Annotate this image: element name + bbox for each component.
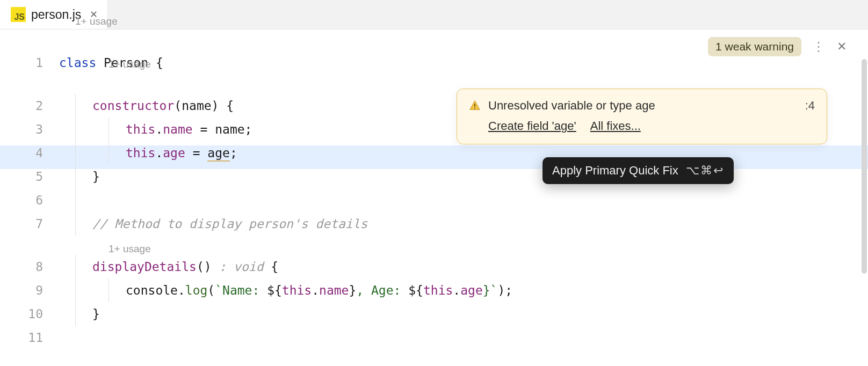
line-number: 7 — [0, 212, 59, 236]
scrollbar[interactable] — [862, 59, 867, 274]
warning-message: Unresolved variable or type age — [488, 99, 655, 113]
editor: 1 weak warning ⋮ ✕ 1 2 3 4 5 6 7 8 9 10 … — [0, 30, 868, 366]
line-number: 3 — [0, 118, 59, 141]
tab-bar: JS person.js ✕ — [0, 0, 868, 30]
inspection-popup: Unresolved variable or type age :4 Creat… — [457, 89, 827, 144]
code-line[interactable]: // Method to display person's details — [59, 212, 868, 236]
svg-rect-0 — [474, 104, 475, 107]
code-line[interactable]: } — [59, 302, 868, 326]
code-line[interactable] — [59, 188, 868, 212]
line-number: 11 — [0, 326, 59, 349]
js-file-icon: JS — [11, 7, 26, 22]
line-number: 2 — [0, 94, 59, 118]
line-number: 8 — [0, 255, 59, 279]
gutter: 1 2 3 4 5 6 7 8 9 10 11 — [0, 30, 59, 366]
keyboard-shortcut: ⌥⌘↩ — [686, 164, 724, 178]
warning-icon — [469, 100, 481, 112]
quick-fix-create-field[interactable]: Create field 'age' — [488, 119, 576, 133]
usage-hint[interactable]: 1+ usage — [75, 13, 118, 30]
quick-fix-tooltip: Apply Primary Quick Fix ⌥⌘↩ — [542, 157, 734, 184]
line-number: 5 — [0, 165, 59, 188]
code-line[interactable]: console.log(`Name: ${this.name}, Age: ${… — [59, 279, 868, 302]
warning-line-ref: :4 — [805, 99, 815, 113]
code-line[interactable] — [59, 326, 868, 349]
line-number: 4 — [0, 141, 59, 165]
quick-fix-all-fixes[interactable]: All fixes... — [590, 119, 641, 133]
line-number: 10 — [0, 302, 59, 326]
usage-hint[interactable]: 1+ usage — [108, 56, 151, 72]
tooltip-label: Apply Primary Quick Fix — [552, 164, 678, 178]
line-number: 9 — [0, 279, 59, 302]
line-number: 6 — [0, 188, 59, 212]
code-line[interactable]: } — [59, 165, 868, 188]
code-area[interactable]: 1+ usage class Person { 1+ usage constru… — [59, 30, 868, 366]
unresolved-identifier[interactable]: age — [207, 146, 230, 162]
code-line[interactable]: class Person { — [59, 51, 868, 75]
code-line[interactable]: this.age = age; — [59, 141, 868, 165]
code-line[interactable]: displayDetails() : void { — [59, 255, 868, 279]
line-number: 1 — [0, 51, 59, 75]
tab-filename: person.js — [31, 8, 81, 22]
svg-rect-1 — [474, 108, 475, 109]
